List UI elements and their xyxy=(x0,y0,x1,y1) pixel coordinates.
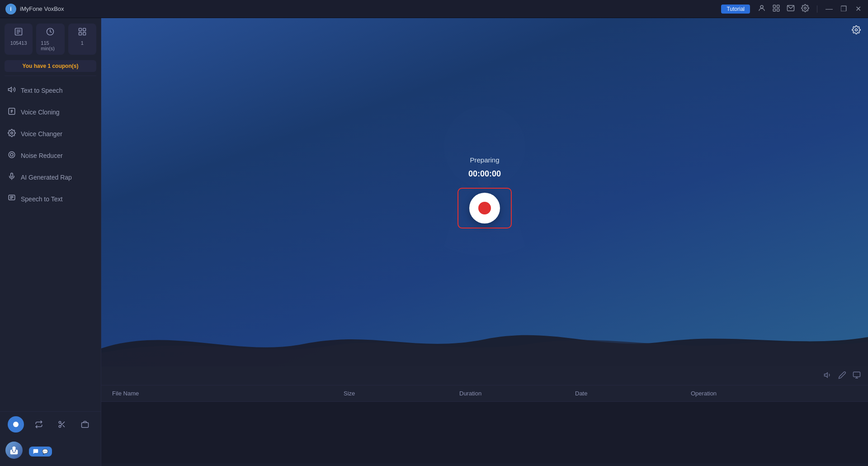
wave-container xyxy=(101,312,868,366)
app-logo: i xyxy=(5,4,16,14)
sidebar-divider xyxy=(5,76,96,76)
svg-point-0 xyxy=(760,5,763,8)
svg-rect-14 xyxy=(79,33,81,35)
sidebar-label-voice-cloning: Voice Cloning xyxy=(21,109,60,116)
sidebar-bottom xyxy=(0,411,101,437)
titlebar-icons: — ❐ ✕ xyxy=(757,4,863,14)
recording-status: Preparing xyxy=(470,156,499,164)
col-file-name: File Name xyxy=(108,385,340,401)
titlebar-settings-icon[interactable] xyxy=(801,4,810,14)
svg-line-30 xyxy=(63,425,65,427)
recording-timer: 00:00:00 xyxy=(468,169,501,179)
col-date: Date xyxy=(571,385,687,401)
loop-mode-button[interactable] xyxy=(31,416,47,433)
svg-point-6 xyxy=(804,7,807,9)
sidebar-item-noise-reducer[interactable]: Noise Reducer xyxy=(0,145,101,166)
svg-rect-3 xyxy=(773,9,775,11)
briefcase-mode-button[interactable] xyxy=(77,416,93,433)
svg-point-35 xyxy=(12,450,13,452)
chat-bubble: 💬 xyxy=(29,447,52,456)
recording-settings-icon[interactable] xyxy=(852,25,861,37)
svg-point-20 xyxy=(10,153,13,156)
noise-reducer-icon xyxy=(7,151,16,161)
sidebar-stats: 105413 115 min(s) 1 xyxy=(0,18,101,57)
record-dot xyxy=(478,202,491,214)
main-layout: 105413 115 min(s) 1 You have xyxy=(0,18,868,466)
volume-toolbar-icon[interactable] xyxy=(824,371,832,381)
stat-voices[interactable]: 1 xyxy=(68,24,96,55)
svg-point-34 xyxy=(12,447,15,450)
svg-rect-12 xyxy=(79,29,81,31)
svg-line-31 xyxy=(61,423,62,424)
sidebar-nav: Text to Speech Voice Cloning Voice Chang… xyxy=(0,78,101,411)
svg-marker-41 xyxy=(825,372,828,377)
sidebar-label-ai-generated-rap: AI Generated Rap xyxy=(21,174,72,181)
maximize-button[interactable]: ❐ xyxy=(839,5,848,13)
community-icon[interactable] xyxy=(772,4,781,14)
svg-point-38 xyxy=(855,29,858,31)
svg-point-19 xyxy=(9,152,15,158)
svg-rect-4 xyxy=(777,9,779,11)
mail-icon[interactable] xyxy=(786,4,795,14)
record-button-wrapper[interactable] xyxy=(458,188,512,228)
voice-cloning-icon xyxy=(7,107,16,117)
table-toolbar xyxy=(101,366,868,385)
svg-rect-1 xyxy=(773,5,775,7)
characters-icon xyxy=(14,27,23,38)
voice-changer-icon xyxy=(7,129,16,139)
table-body xyxy=(101,402,868,463)
scissors-mode-button[interactable] xyxy=(54,416,70,433)
edit-toolbar-icon[interactable] xyxy=(838,371,846,381)
tutorial-button[interactable]: Tutorial xyxy=(721,5,750,14)
sidebar-item-ai-generated-rap[interactable]: AI Generated Rap xyxy=(0,166,101,188)
svg-rect-13 xyxy=(83,29,85,31)
close-button[interactable]: ✕ xyxy=(854,5,863,13)
ai-rap-icon xyxy=(7,172,16,182)
titlebar: i iMyFone VoxBox Tutorial — xyxy=(0,0,868,18)
coupon-bar[interactable]: You have 1 coupon(s) xyxy=(5,60,96,72)
table-area: File Name Size Duration Date Operation xyxy=(101,366,868,466)
svg-rect-32 xyxy=(81,423,88,428)
stat-minutes[interactable]: 115 min(s) xyxy=(36,24,64,55)
sidebar-item-voice-changer[interactable]: Voice Changer xyxy=(0,123,101,145)
sidebar-label-voice-changer: Voice Changer xyxy=(21,130,62,138)
minutes-icon xyxy=(46,27,55,38)
col-operation: Operation xyxy=(687,385,861,401)
svg-rect-2 xyxy=(777,5,779,7)
svg-rect-15 xyxy=(83,33,85,35)
recording-controls: Preparing 00:00:00 xyxy=(458,156,512,228)
svg-point-18 xyxy=(11,132,13,134)
speech-to-text-icon xyxy=(7,194,16,204)
minimize-button[interactable]: — xyxy=(825,5,834,13)
sidebar-item-voice-cloning[interactable]: Voice Cloning xyxy=(0,101,101,123)
svg-point-26 xyxy=(13,422,19,427)
user-icon[interactable] xyxy=(757,4,766,14)
voices-icon xyxy=(78,27,87,38)
col-duration: Duration xyxy=(456,385,571,401)
content-area: Preparing 00:00:00 xyxy=(101,18,868,466)
minutes-value: 115 min(s) xyxy=(41,40,60,51)
download-toolbar-icon[interactable] xyxy=(853,371,861,381)
sidebar-label-speech-to-text: Speech to Text xyxy=(21,195,62,203)
svg-point-27 xyxy=(59,421,61,423)
svg-rect-42 xyxy=(854,372,860,377)
col-size: Size xyxy=(340,385,456,401)
text-to-speech-icon xyxy=(7,86,16,95)
svg-point-28 xyxy=(59,425,61,428)
stat-characters[interactable]: 105413 xyxy=(5,24,33,55)
record-button[interactable] xyxy=(469,193,500,223)
sidebar: 105413 115 min(s) 1 You have xyxy=(0,18,101,466)
app-title: iMyFone VoxBox xyxy=(20,5,721,12)
table-header: File Name Size Duration Date Operation xyxy=(101,385,868,402)
characters-value: 105413 xyxy=(10,40,27,46)
voices-value: 1 xyxy=(81,40,84,46)
svg-marker-16 xyxy=(9,87,12,92)
chatbot-circle xyxy=(5,442,23,459)
record-mode-button[interactable] xyxy=(8,416,24,433)
chatbot-avatar xyxy=(5,442,25,461)
sidebar-label-text-to-speech: Text to Speech xyxy=(21,87,63,94)
sidebar-item-speech-to-text[interactable]: Speech to Text xyxy=(0,188,101,210)
chatbot-area[interactable]: 💬 xyxy=(0,437,101,466)
sidebar-item-text-to-speech[interactable]: Text to Speech xyxy=(0,80,101,101)
recording-area: Preparing 00:00:00 xyxy=(101,18,868,366)
